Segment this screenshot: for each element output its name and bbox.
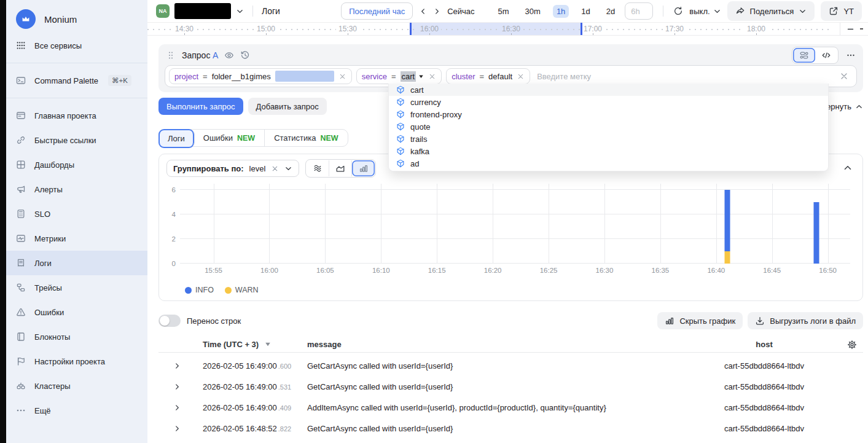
chip-value[interactable]: default xyxy=(488,72,512,81)
sidebar-item-command-palette[interactable]: Command Palette ⌘+K xyxy=(6,68,147,93)
form-view-button[interactable] xyxy=(793,48,815,63)
bar-warn-16:41[interactable] xyxy=(724,251,730,264)
expand-row-icon[interactable] xyxy=(173,404,181,412)
zoom-out-icon[interactable] xyxy=(846,25,854,33)
autorefresh-select[interactable]: выкл. xyxy=(689,7,721,16)
preset-1h[interactable]: 1h xyxy=(553,5,569,18)
link-icon xyxy=(16,135,26,145)
dropdown-option-trails[interactable]: trails xyxy=(389,133,828,145)
sidebar-item-all-services[interactable]: Все сервисы xyxy=(6,33,147,58)
sidebar-item-traces[interactable]: Трейсы xyxy=(6,275,147,300)
clear-filters-icon[interactable] xyxy=(839,71,849,81)
tab-статистика[interactable]: СтатистикаNEW xyxy=(265,130,347,146)
preset-5m[interactable]: 5m xyxy=(495,5,513,18)
range-forward-icon[interactable] xyxy=(433,7,441,15)
legend-item-warn[interactable]: WARN xyxy=(225,286,259,294)
dropdown-option-currency[interactable]: currency xyxy=(389,96,828,108)
preset-30m[interactable]: 30m xyxy=(522,5,544,18)
sidebar-item-slo[interactable]: SLO xyxy=(6,202,147,226)
query-menu-icon[interactable] xyxy=(846,50,856,60)
column-host[interactable]: host xyxy=(687,340,841,349)
sidebar-item-quick-links[interactable]: Быстрые ссылки xyxy=(6,128,147,152)
close-icon[interactable] xyxy=(338,73,346,80)
sidebar-item-main-project[interactable]: Главная проекта xyxy=(6,103,147,128)
sidebar-item-dashboards[interactable]: Дашборды xyxy=(6,152,147,177)
group-by-select[interactable]: Группировать по: level xyxy=(166,160,299,177)
drag-handle-icon[interactable] xyxy=(166,50,176,60)
table-settings-gear-icon[interactable] xyxy=(847,340,857,350)
expand-row-icon[interactable] xyxy=(173,383,181,391)
chip-value[interactable]: cart xyxy=(401,71,416,82)
table-row[interactable]: 2026-02-05 16:49:00.409 AddItemAsync cal… xyxy=(158,397,863,418)
sidebar-item-metrics[interactable]: Метрики xyxy=(6,226,147,251)
yt-button[interactable]: YT xyxy=(821,1,862,21)
dropdown-option-kafka[interactable]: kafka xyxy=(389,145,828,157)
expand-row-icon[interactable] xyxy=(173,362,181,370)
sidebar-item-more[interactable]: Ещё xyxy=(6,398,147,423)
sidebar-item-notebooks[interactable]: Блокноты xyxy=(6,324,147,349)
timeline-ruler[interactable]: 14:3015:0015:3016:0016:3017:0017:3018:00 xyxy=(147,22,868,36)
x-axis-label: 15:55 xyxy=(205,267,222,274)
bar-chart-button[interactable] xyxy=(352,160,375,176)
project-name-redacted[interactable] xyxy=(174,3,231,19)
time-range-button[interactable]: Последний час xyxy=(341,2,413,20)
sidebar-item-errors[interactable]: Ошибки xyxy=(6,300,147,324)
run-query-button[interactable]: Выполнить запрос xyxy=(158,98,243,115)
table-row[interactable]: 2026-02-05 16:49:00.600 GetCartAsync cal… xyxy=(158,355,863,376)
avatar[interactable]: NA xyxy=(156,4,170,18)
chip-value[interactable]: folder__b1gimes xyxy=(212,72,271,81)
refresh-icon[interactable] xyxy=(673,6,683,16)
tab-логи[interactable]: Логи xyxy=(158,129,195,148)
clear-group-by-icon[interactable] xyxy=(271,165,279,173)
expand-row-icon[interactable] xyxy=(173,425,181,433)
custom-range-input[interactable] xyxy=(625,2,653,20)
sort-desc-icon[interactable] xyxy=(265,341,271,347)
sidebar-item-alerts[interactable]: Алерты xyxy=(6,177,147,202)
column-time[interactable]: Time (UTC + 3) xyxy=(189,340,294,349)
bar-info-16:49[interactable] xyxy=(814,202,819,264)
selection-end-handle[interactable] xyxy=(581,23,582,35)
dropdown-option-cart[interactable]: cart xyxy=(389,84,828,96)
sidebar-item-clusters[interactable]: Кластеры xyxy=(6,374,147,398)
bar-info-16:41[interactable] xyxy=(724,190,730,251)
area-chart-button[interactable] xyxy=(329,160,352,176)
column-message[interactable]: message xyxy=(294,340,687,349)
export-logs-button[interactable]: Выгрузить логи в файл xyxy=(748,312,863,329)
share-button[interactable]: Поделиться xyxy=(727,1,815,21)
app-logo[interactable]: Monium xyxy=(6,5,147,33)
close-icon[interactable] xyxy=(428,73,436,80)
eye-off-icon[interactable] xyxy=(224,50,234,60)
table-row[interactable]: 2026-02-05 16:49:00.531 GetCartAsync cal… xyxy=(158,376,863,397)
filter-chip-project[interactable]: project=folder__b1gimes xyxy=(169,68,352,84)
dropdown-option-frontend-proxy[interactable]: frontend-proxy xyxy=(389,108,828,120)
code-view-button[interactable] xyxy=(815,48,837,63)
add-query-button[interactable]: Добавить запрос xyxy=(248,98,327,115)
terminal-icon xyxy=(16,76,26,85)
preset-1d[interactable]: 1d xyxy=(577,5,593,18)
label-input-placeholder[interactable]: Введите метку xyxy=(537,72,591,81)
preset-2d[interactable]: 2d xyxy=(603,5,619,18)
chart-plot-area[interactable]: 024615:5516:0016:0516:1016:1516:2016:251… xyxy=(180,184,850,264)
range-back-icon[interactable] xyxy=(419,7,427,15)
tab-label: Статистика xyxy=(274,133,316,143)
line-chart-button[interactable] xyxy=(307,160,329,176)
close-icon[interactable] xyxy=(517,73,525,80)
dropdown-option-ad[interactable]: ad xyxy=(389,157,828,170)
caret-down-icon[interactable] xyxy=(418,74,424,79)
history-icon[interactable] xyxy=(240,50,250,60)
filter-chip-service[interactable]: service=cart xyxy=(356,68,442,84)
sidebar-item-project-settings[interactable]: Настройки проекта xyxy=(6,349,147,374)
legend-item-info[interactable]: INFO xyxy=(185,286,214,294)
wrap-lines-toggle[interactable] xyxy=(158,315,181,327)
hide-chart-button[interactable]: Скрыть график xyxy=(657,312,743,329)
project-chevron-down-icon[interactable] xyxy=(236,7,244,15)
sidebar-item-logs[interactable]: Логи xyxy=(6,251,147,275)
table-row[interactable]: 2026-02-05 16:48:52.822 GetCartAsync cal… xyxy=(158,418,863,439)
selection-start-handle[interactable] xyxy=(410,23,412,35)
tab-ошибки[interactable]: ОшибкиNEW xyxy=(194,130,265,146)
table-row-partial[interactable] xyxy=(158,439,863,443)
dropdown-option-quote[interactable]: quote xyxy=(389,120,828,133)
now-button[interactable]: Сейчас xyxy=(447,7,474,16)
collapse-chart-icon[interactable] xyxy=(843,163,853,173)
filter-chip-cluster[interactable]: cluster=default xyxy=(446,68,530,84)
